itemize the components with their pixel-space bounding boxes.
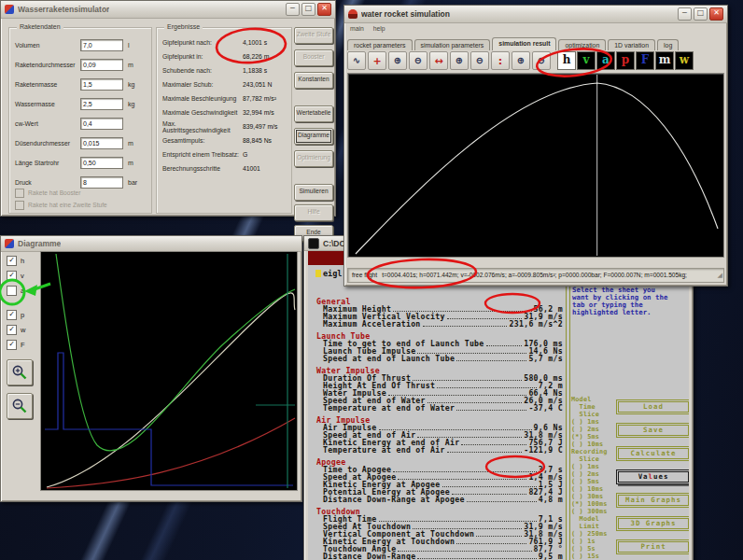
checkbox-box[interactable]: [7, 340, 17, 350]
zoom-in-button[interactable]: [7, 359, 33, 385]
minimize-button[interactable]: ─: [678, 7, 692, 21]
checkbox-row[interactable]: Rakete hat Booster: [15, 187, 149, 199]
curve-letter-button[interactable]: m: [655, 51, 674, 70]
tab[interactable]: simulation result: [492, 37, 556, 50]
field-input[interactable]: 0,09: [80, 59, 123, 71]
curve-letter-button[interactable]: a: [596, 51, 615, 70]
load-button[interactable]: Load: [616, 399, 689, 414]
curve-letter-button[interactable]: h: [557, 51, 576, 70]
close-button[interactable]: ✕: [317, 3, 331, 16]
save-button[interactable]: Save: [616, 423, 689, 438]
graphs-3d-button[interactable]: 3D Graphs: [616, 516, 689, 531]
panel-option[interactable]: ( ) 30ms: [571, 493, 618, 500]
checkbox-box[interactable]: [7, 256, 17, 266]
sim-titlebar[interactable]: water rocket simulation ─ □ ✕: [344, 6, 727, 23]
print-button[interactable]: Print: [616, 539, 689, 554]
panel-option[interactable]: ( ) 1s: [571, 538, 618, 545]
maximize-button[interactable]: □: [694, 7, 708, 21]
curve-checkbox[interactable]: v: [7, 268, 38, 283]
menu-item[interactable]: main: [350, 25, 364, 32]
field-input[interactable]: 0,4: [80, 118, 123, 130]
panel-option[interactable]: ( ) 10ms: [571, 485, 618, 493]
checkbox-box[interactable]: [7, 271, 17, 281]
calculate-button[interactable]: Calculate: [616, 446, 689, 461]
booster-button[interactable]: Booster: [294, 49, 333, 66]
minimize-button[interactable]: ─: [286, 3, 300, 16]
zoom-in-x-icon[interactable]: ⊕: [450, 51, 469, 70]
zoom-out-button[interactable]: [7, 393, 33, 419]
panel-option[interactable]: Time: [571, 403, 618, 411]
curve-tool-icon[interactable]: ∿: [347, 51, 366, 70]
zoom-in-y-icon[interactable]: ⊕: [512, 51, 530, 70]
checkbox-box[interactable]: [7, 286, 17, 296]
diagramme-button[interactable]: Diagramme: [294, 128, 333, 145]
checkbox-box[interactable]: [7, 325, 17, 335]
tab[interactable]: log: [657, 39, 679, 50]
panel-option[interactable]: ( ) 15s: [571, 553, 618, 560]
field-input[interactable]: 1,5: [80, 78, 123, 91]
resize-grip[interactable]: ◢: [718, 269, 722, 281]
pan-tool-icon[interactable]: +: [368, 51, 386, 70]
hilfe-button[interactable]: Hilfe: [294, 204, 333, 221]
zoom-out-y-icon[interactable]: ⊖: [532, 51, 551, 70]
panel-option[interactable]: ( ) 1ms: [571, 463, 618, 470]
panel-option[interactable]: ( ) 5ms: [571, 478, 618, 485]
diagramme-plot[interactable]: [40, 251, 298, 491]
tab[interactable]: 1D variation: [608, 39, 655, 50]
maximize-button[interactable]: □: [301, 3, 315, 16]
panel-option[interactable]: ( ) 5s: [571, 545, 618, 553]
field-input[interactable]: 0,015: [80, 137, 123, 149]
curve-checkbox[interactable]: h: [7, 253, 38, 268]
curve-checkbox[interactable]: a: [7, 283, 38, 298]
panel-option[interactable]: Recording: [571, 448, 618, 455]
close-button[interactable]: ✕: [709, 7, 723, 21]
panel-option[interactable]: ( ) 250ms: [571, 530, 618, 538]
curve-checkbox[interactable]: p: [7, 307, 38, 322]
panel-option[interactable]: Model: [571, 515, 618, 523]
sheet-tab[interactable]: eigl: [315, 269, 342, 278]
panel-option[interactable]: Limit: [571, 523, 618, 530]
simulieren-button[interactable]: Simulieren: [294, 184, 333, 201]
checkbox-box[interactable]: [7, 310, 17, 320]
menu-item[interactable]: help: [373, 25, 386, 32]
panel-option[interactable]: (*) 5ms: [571, 433, 618, 441]
wasser-titlebar[interactable]: Wasserraketensimulator ─ □ ✕: [1, 1, 335, 19]
curve-checkbox[interactable]: F: [7, 337, 38, 352]
main-graphs-button[interactable]: Main Graphs: [616, 493, 689, 508]
wertetabelle-button[interactable]: Wertetabelle: [294, 105, 333, 122]
checkbox-row[interactable]: Rakete hat eine Zweite Stufe: [15, 199, 149, 211]
panel-option[interactable]: Slice: [571, 411, 618, 418]
zoom-out-icon[interactable]: ⊖: [409, 51, 428, 70]
panel-option[interactable]: Model: [571, 396, 618, 403]
checkbox-box[interactable]: [15, 201, 24, 210]
tab[interactable]: optimization: [558, 39, 606, 50]
diagramme-titlebar[interactable]: Diagramme: [1, 236, 301, 252]
panel-option[interactable]: ( ) 2ms: [571, 470, 618, 478]
curve-letter-button[interactable]: F: [636, 51, 654, 70]
trajectory-plot[interactable]: [347, 73, 724, 258]
zoom-in-icon[interactable]: ⊕: [388, 51, 407, 70]
checkbox-box[interactable]: [15, 189, 24, 198]
konstanten-button[interactable]: Konstanten: [294, 72, 333, 89]
curve-checkbox[interactable]: w: [7, 322, 38, 337]
curve-letter-button[interactable]: v: [577, 51, 596, 70]
panel-option[interactable]: ( ) 300ms: [571, 508, 618, 515]
tab[interactable]: rocket parameters: [347, 39, 413, 50]
x-scale-icon[interactable]: ↔: [429, 51, 448, 70]
tab[interactable]: simulation parameters: [414, 39, 491, 50]
curve-letter-button[interactable]: w: [675, 51, 694, 70]
y-scale-icon[interactable]: :: [491, 51, 510, 70]
panel-option[interactable]: ( ) 10ms: [571, 441, 618, 448]
panel-option[interactable]: Slice: [571, 455, 618, 463]
field-input[interactable]: 7,0: [80, 39, 123, 51]
field-input[interactable]: 2,5: [80, 98, 123, 110]
panel-option[interactable]: ( ) 1ms: [571, 418, 618, 426]
curve-letter-button[interactable]: p: [616, 51, 635, 70]
panel-option[interactable]: ( ) 2ms: [571, 426, 618, 433]
values-button[interactable]: Values: [616, 469, 689, 484]
field-input[interactable]: 0,50: [80, 157, 123, 169]
zoom-out-x-icon[interactable]: ⊖: [470, 51, 489, 70]
panel-option[interactable]: (*) 100ms: [571, 500, 618, 508]
zweite-stufe-button[interactable]: Zweite Stufe: [294, 27, 333, 44]
optimierung-button[interactable]: Optimierung: [294, 150, 333, 167]
